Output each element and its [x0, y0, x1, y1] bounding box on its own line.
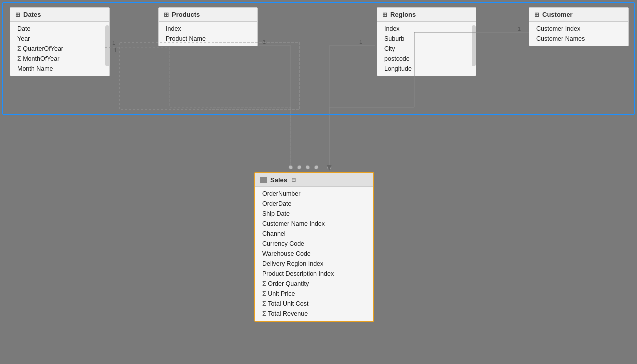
- sales-table-icon: [260, 177, 267, 183]
- customer-table-header: ⊞ Customer: [529, 8, 628, 22]
- table-row: MonthOfYear: [10, 54, 109, 64]
- canvas: 1 1 1 1 1 ⊞ Dates Date Y: [0, 0, 637, 364]
- customer-table-icon: ⊞: [534, 11, 539, 18]
- svg-point-21: [327, 165, 331, 169]
- svg-marker-23: [327, 165, 332, 171]
- table-row: City: [377, 44, 476, 54]
- svg-text:1: 1: [114, 47, 117, 53]
- table-row: QuarterOfYear: [10, 44, 109, 54]
- dates-table-header: ⊞ Dates: [10, 8, 109, 22]
- table-row: Suburb: [377, 34, 476, 44]
- table-row: OrderNumber: [255, 189, 373, 199]
- table-row: Delivery Region Index: [255, 259, 373, 269]
- svg-point-17: [289, 165, 293, 169]
- table-row: Month Name: [10, 64, 109, 74]
- svg-text:1: 1: [112, 40, 115, 46]
- svg-point-18: [297, 165, 301, 169]
- table-row: Longitude: [377, 64, 476, 74]
- products-table: ⊞ Products Index Product Name: [158, 7, 258, 46]
- table-row: Order Quantity: [255, 279, 373, 289]
- table-row: Customer Name Index: [255, 219, 373, 229]
- regions-table-body: Index Suburb City postcode Longitude: [377, 22, 476, 76]
- sales-table-header[interactable]: Sales ⊟: [255, 173, 373, 187]
- table-row: OrderDate: [255, 199, 373, 209]
- table-row: Date: [10, 24, 109, 34]
- regions-table-header: ⊞ Regions: [377, 8, 476, 22]
- products-table-body: Index Product Name: [159, 22, 257, 46]
- table-row: Product Name: [159, 34, 257, 44]
- table-row: Index: [159, 24, 257, 34]
- sales-table: Sales ⊟ OrderNumber OrderDate Ship Date …: [254, 172, 374, 322]
- regions-table-icon: ⊞: [382, 11, 387, 18]
- table-row: Customer Names: [529, 34, 628, 44]
- table-row: Ship Date: [255, 209, 373, 219]
- scrollbar[interactable]: [105, 25, 109, 66]
- dates-table-body: Date Year QuarterOfYear MonthOfYear Mont…: [10, 22, 109, 76]
- customer-table-body: Customer Index Customer Names: [529, 22, 628, 46]
- products-table-icon: ⊞: [164, 11, 169, 18]
- sales-table-body: OrderNumber OrderDate Ship Date Customer…: [255, 187, 373, 321]
- table-row: Year: [10, 34, 109, 44]
- sales-table-title: Sales: [270, 176, 287, 183]
- svg-text:1: 1: [518, 26, 521, 32]
- table-row: Channel: [255, 229, 373, 239]
- regions-table-title: Regions: [390, 11, 416, 18]
- table-row: postcode: [377, 54, 476, 64]
- sales-table-collapse-icon[interactable]: ⊟: [291, 177, 296, 183]
- svg-text:1: 1: [359, 39, 362, 45]
- table-row: Currency Code: [255, 239, 373, 249]
- table-row: Index: [377, 24, 476, 34]
- table-row: Customer Index: [529, 24, 628, 34]
- dates-table-icon: ⊞: [15, 11, 20, 18]
- svg-point-20: [314, 165, 318, 169]
- dates-table: ⊞ Dates Date Year QuarterOfYear MonthOfY…: [10, 7, 110, 76]
- table-row: Total Unit Cost: [255, 299, 373, 309]
- scrollbar[interactable]: [472, 25, 476, 66]
- table-row: Product Description Index: [255, 269, 373, 279]
- table-row: Total Revenue: [255, 309, 373, 319]
- table-row: Warehouse Code: [255, 249, 373, 259]
- regions-table: ⊞ Regions Index Suburb City postcode Lon…: [377, 7, 476, 76]
- products-table-title: Products: [172, 11, 200, 18]
- svg-rect-22: [120, 42, 299, 110]
- customer-table: ⊞ Customer Customer Index Customer Names: [529, 7, 629, 46]
- svg-point-19: [306, 165, 310, 169]
- dates-table-title: Dates: [23, 11, 41, 18]
- table-row: Unit Price: [255, 289, 373, 299]
- svg-text:1: 1: [263, 39, 266, 45]
- products-table-header: ⊞ Products: [159, 8, 257, 22]
- customer-table-title: Customer: [542, 11, 573, 18]
